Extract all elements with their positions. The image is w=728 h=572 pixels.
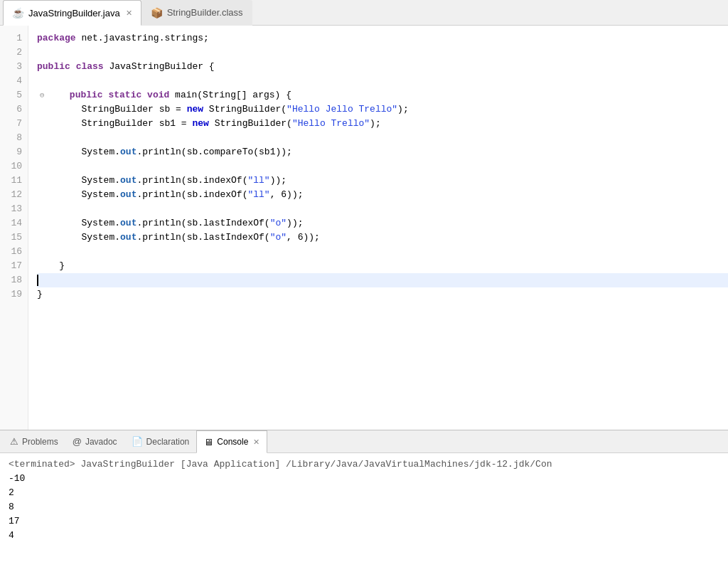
code-line-14: System. out .println(sb.lastIndexOf( "o"… [37,216,728,231]
java-file-icon: ☕ [12,7,24,18]
code-line-12: System. out .println(sb.indexOf( "ll" , … [37,188,728,202]
tab-java-close[interactable]: ✕ [126,9,132,18]
code-line-3: public class JavaStringBuilder { [37,60,728,74]
tab-java-label: JavaStringBuilder.java [28,8,120,18]
kw-new-6: new [187,102,203,117]
ln-9: 9 [16,145,22,159]
console-output-line-4: 17 [9,514,719,529]
field-out-15: out [120,231,136,245]
console-val-3: 8 [9,500,14,514]
str-o-14: "o" [270,216,287,231]
tab-class-label: StringBuilder.class [167,7,243,18]
console-val-4: 17 [9,514,20,529]
ide-container: ☕ JavaStringBuilder.java ✕ 📦 StringBuild… [0,0,728,572]
console-output-area: <terminated> JavaStringBuilder [Java App… [0,453,728,572]
kw-public-3: public [37,60,70,74]
tab-declaration-label: Declaration [146,437,190,447]
ln-16: 16 [11,245,22,259]
tab-class[interactable]: 📦 StringBuilder.class [141,0,252,26]
code-line-16 [37,245,728,259]
ln-19: 19 [11,287,22,302]
console-icon: 🖥 [204,437,213,447]
console-output-line-5: 4 [9,529,719,543]
code-line-4 [37,74,728,88]
console-val-5: 4 [9,529,14,543]
console-output-line-1: -10 [9,472,719,486]
ln-7: 7 [16,117,22,131]
code-line-19: } [37,287,728,302]
tab-javadoc[interactable]: @ Javadoc [65,430,124,453]
kw-package: package [37,31,76,46]
str-hello-jello: "Hello Jello Trello" [287,102,397,117]
field-out-12: out [120,188,136,202]
code-line-17: } [37,259,728,273]
kw-public-5: public [70,88,103,102]
kw-class: class [76,60,104,74]
editor-tab-bar: ☕ JavaStringBuilder.java ✕ 📦 StringBuild… [0,0,728,26]
field-out-14: out [120,216,136,231]
ln-6: 6 [16,102,22,117]
code-line-13 [37,202,728,216]
ln-2: 2 [16,46,22,60]
bottom-panel: ⚠ Problems @ Javadoc 📄 Declaration 🖥 Con… [0,430,728,572]
code-line-5: ⊖ public static void main(String[] args)… [37,88,728,102]
ln-3: 3 [16,60,22,74]
code-line-11: System. out .println(sb.indexOf( "ll" ))… [37,174,728,188]
console-output-line-2: 2 [9,486,719,500]
console-terminated-text: <terminated> JavaStringBuilder [Java App… [9,457,552,472]
text-cursor [37,275,38,286]
tab-javadoc-label: Javadoc [85,437,117,447]
ln-14: 14 [11,216,22,231]
tab-console-close[interactable]: ✕ [253,438,259,447]
tab-declaration[interactable]: 📄 Declaration [124,430,197,453]
code-line-15: System. out .println(sb.lastIndexOf( "o"… [37,231,728,245]
tab-console[interactable]: 🖥 Console ✕ [196,430,267,453]
bottom-tab-bar: ⚠ Problems @ Javadoc 📄 Declaration 🖥 Con… [0,430,728,453]
ln-8: 8 [16,131,22,145]
code-line-8 [37,131,728,145]
fold-button-5[interactable]: ⊖ [40,88,45,102]
ln-17: 17 [11,259,22,273]
kw-static: static [108,88,141,102]
ln-1: 1 [16,31,22,46]
str-o-15: "o" [270,231,287,245]
code-line-6: StringBuilder sb = new StringBuilder( "H… [37,102,728,117]
code-line-18 [37,273,728,287]
str-hello-trello: "Hello Trello" [292,117,370,131]
code-line-1: package net.javastring.strings; [37,31,728,46]
console-output-line-3: 8 [9,500,719,514]
code-line-10 [37,159,728,174]
ln-18: 18 [11,273,22,287]
ln-4: 4 [16,74,22,88]
code-line-7: StringBuilder sb1 = new StringBuilder( "… [37,117,728,131]
code-line-9: System. out .println(sb.compareTo(sb1)); [37,145,728,159]
tab-java[interactable]: ☕ JavaStringBuilder.java ✕ [3,0,141,26]
kw-void: void [147,88,169,102]
tab-console-label: Console [217,437,248,447]
code-content[interactable]: package net.javastring.strings; public c… [28,26,728,430]
kw-new-7: new [192,117,208,131]
problems-icon: ⚠ [10,436,18,447]
ln-15: 15 [11,231,22,245]
editor-area[interactable]: 1 2 3 4 5 6 7 8 9 10 11 12 13 14 15 16 1… [0,26,728,430]
ln-11: 11 [11,174,22,188]
console-terminated-line: <terminated> JavaStringBuilder [Java App… [9,457,719,472]
console-val-1: -10 [9,472,25,486]
ln-13: 13 [11,202,22,216]
tab-problems-label: Problems [22,437,58,447]
field-out-11: out [120,174,136,188]
str-ll-11: "ll" [247,174,269,188]
ln-12: 12 [11,188,22,202]
str-ll-12: "ll" [247,188,269,202]
ln-5: 5 [16,88,22,102]
tab-problems[interactable]: ⚠ Problems [3,430,65,453]
line-numbers: 1 2 3 4 5 6 7 8 9 10 11 12 13 14 15 16 1… [0,26,28,430]
javadoc-icon: @ [73,436,82,447]
field-out-9: out [120,145,136,159]
class-file-icon: 📦 [151,7,163,18]
declaration-icon: 📄 [132,436,143,447]
code-line-2 [37,46,728,60]
ln-10: 10 [11,159,22,174]
console-val-2: 2 [9,486,14,500]
